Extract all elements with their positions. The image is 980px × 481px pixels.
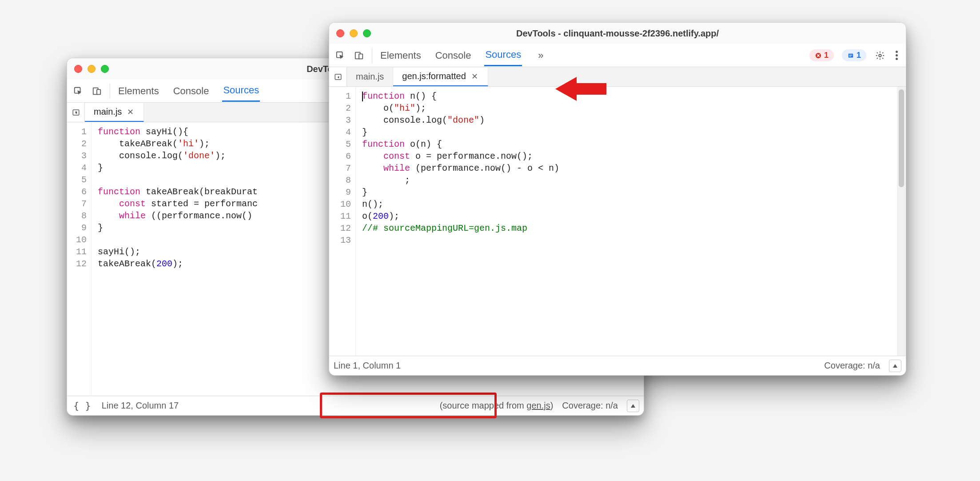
file-tab-main-js[interactable]: main.js [347,67,393,86]
svg-rect-2 [97,89,100,94]
device-toolbar-icon[interactable] [353,50,365,61]
gear-icon[interactable] [874,50,886,61]
gutter: 12345678910111213 [329,87,356,356]
zoom-window-icon[interactable] [101,65,109,73]
kebab-menu-icon[interactable] [894,49,900,62]
traffic-lights [336,29,371,37]
tab-sources[interactable]: Sources [222,80,260,102]
minimize-window-icon[interactable] [350,29,358,37]
svg-marker-16 [893,364,897,368]
tab-elements[interactable]: Elements [379,45,422,66]
file-tab-gen-js-formatted[interactable]: gen.js:formatted ✕ [393,68,488,87]
file-tab-main-js[interactable]: main.js ✕ [85,103,144,122]
close-window-icon[interactable] [336,29,344,37]
window-right: DevTools - clinquant-mousse-2f2396.netli… [329,22,906,376]
code-text: function n() { o("hi"); console.log("don… [356,87,897,356]
coverage-label: Coverage: n/a [562,401,618,411]
file-tab-label: main.js [94,107,122,117]
traffic-lights [74,65,109,73]
tab-console[interactable]: Console [434,45,472,66]
svg-rect-12 [849,56,851,56]
svg-rect-11 [849,55,852,55]
show-sidebar-button[interactable] [889,360,901,372]
close-icon[interactable]: ✕ [470,72,479,81]
info-icon [847,52,854,59]
source-map-link[interactable]: gen.js [526,401,550,410]
toolbar: Elements Console Sources » 1 1 [329,44,906,67]
inspect-icon[interactable] [335,50,346,61]
gutter: 123456789101112 [67,122,92,396]
close-window-icon[interactable] [74,65,82,73]
tab-console[interactable]: Console [172,81,210,101]
titlebar: DevTools - clinquant-mousse-2f2396.netli… [329,23,906,44]
more-panels-icon[interactable]: » [534,50,547,61]
close-icon[interactable]: ✕ [126,107,135,117]
device-toolbar-icon[interactable] [91,85,103,97]
separator [110,84,110,99]
show-navigator-icon[interactable] [67,103,85,122]
pretty-print-button[interactable]: { } [72,400,93,411]
show-navigator-icon[interactable] [329,67,347,86]
file-tabs: main.js gen.js:formatted ✕ [329,67,906,87]
toolbar-right: 1 1 [809,49,906,62]
cursor-position: Line 1, Column 1 [334,361,401,371]
scrollbar-thumb[interactable] [899,89,904,187]
show-sidebar-button[interactable] [627,400,639,412]
error-badge[interactable]: 1 [809,49,834,61]
error-icon [815,52,822,59]
svg-point-13 [879,54,881,57]
coverage-label: Coverage: n/a [824,361,880,371]
svg-marker-5 [631,404,635,408]
code-editor[interactable]: 12345678910111213 function n() { o("hi")… [329,87,906,356]
statusbar: Line 1, Column 1 Coverage: n/a [329,356,906,375]
cursor-position: Line 12, Column 17 [102,401,179,411]
svg-rect-10 [849,53,853,57]
tab-elements[interactable]: Elements [117,81,160,101]
svg-rect-8 [359,54,363,59]
tab-sources[interactable]: Sources [484,44,522,66]
file-tab-label: main.js [356,72,384,82]
window-title: DevTools - clinquant-mousse-2f2396.netli… [329,28,906,39]
scrollbar-vertical[interactable] [897,87,906,356]
minimize-window-icon[interactable] [88,65,96,73]
svg-marker-15 [337,76,339,78]
panel-tabs: Elements Console Sources » [374,44,809,66]
info-badge[interactable]: 1 [842,49,866,61]
inspect-icon[interactable] [72,85,84,97]
separator [372,48,372,63]
zoom-window-icon[interactable] [363,29,371,37]
statusbar: { } Line 12, Column 17 (source mapped fr… [67,396,644,415]
file-tab-label: gen.js:formatted [402,71,466,81]
source-mapped-label: (source mapped from gen.js) [440,401,554,411]
